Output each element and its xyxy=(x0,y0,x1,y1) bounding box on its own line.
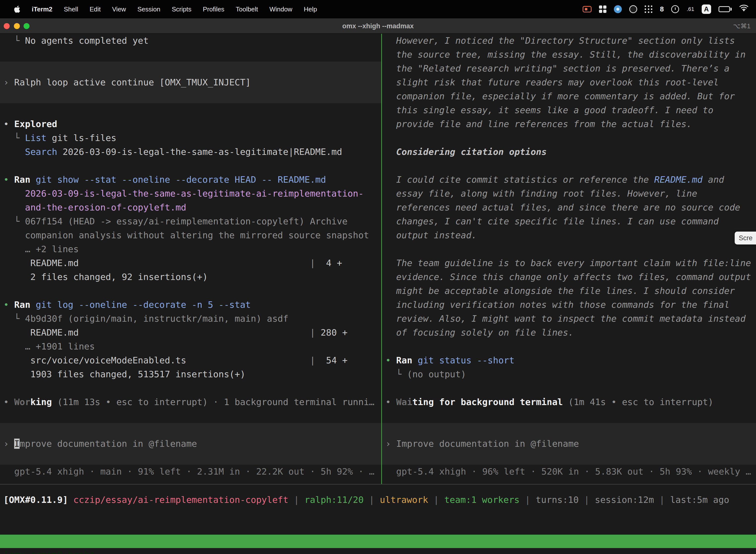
text-segment xyxy=(385,466,396,477)
text-segment xyxy=(3,188,25,199)
menu-window[interactable]: Window xyxy=(269,5,292,13)
screen-share-tab-label: Scre xyxy=(739,234,753,242)
menu-shell[interactable]: Shell xyxy=(64,5,78,13)
text-segment: session:12m xyxy=(595,495,654,505)
terminal: └ No agents completed yet› Ralph loop ac… xyxy=(0,34,756,554)
terminal-line: • Explored xyxy=(3,117,381,131)
text-segment: However, I noticed the "Directory Struct… xyxy=(396,36,735,46)
text-segment xyxy=(385,258,396,268)
text-segment xyxy=(3,466,14,477)
menu-edit[interactable]: Edit xyxy=(89,5,101,13)
text-segment xyxy=(385,36,396,46)
menu-app-name[interactable]: iTerm2 xyxy=(32,5,52,13)
text-segment: [OMX#0.11.9] xyxy=(3,495,73,505)
text-segment xyxy=(563,397,568,407)
dark-app-icon[interactable] xyxy=(629,5,637,13)
grid-app-icon[interactable] xyxy=(599,5,607,13)
terminal-line: However, I noticed the "Directory Struct… xyxy=(385,34,756,48)
terminal-line: 2026-03-09-is-legal-the-same-as-legitima… xyxy=(3,187,381,201)
terminal-line: └ (no output) xyxy=(385,367,756,381)
screen-share-tab[interactable]: Scre xyxy=(735,232,756,244)
text-segment: I could cite commit statistics or refere… xyxy=(396,174,654,185)
text-segment xyxy=(385,327,396,338)
text-segment xyxy=(385,147,396,157)
text-segment: slight risk that future readers may over… xyxy=(396,77,718,88)
dots-grid-icon[interactable] xyxy=(645,5,652,13)
text-segment: Wor xyxy=(14,397,30,407)
text-segment xyxy=(3,147,25,157)
menu-toolbelt[interactable]: Toolbelt xyxy=(236,5,258,13)
status-separator xyxy=(0,484,756,485)
text-segment: might be acceptable alongside the file l… xyxy=(396,286,735,296)
text-segment: Search xyxy=(25,147,57,157)
terminal-line: 2 files changed, 92 insertions(+) xyxy=(3,270,381,284)
blue-app-icon[interactable] xyxy=(614,5,622,13)
terminal-line: of focusing solely on file lines. xyxy=(385,326,756,340)
menu-scripts[interactable]: Scripts xyxy=(172,5,191,13)
text-segment: git show --stat --oneline --decorate HEA… xyxy=(36,174,326,185)
text-segment: README.md xyxy=(654,174,703,185)
text-segment: essay file, along with finding root file… xyxy=(396,188,697,199)
wifi-icon[interactable] xyxy=(739,5,749,14)
terminal-line: • Ran git log --oneline --decorate -n 5 … xyxy=(3,298,381,312)
text-segment: companion analysis without altering the … xyxy=(3,230,369,240)
text-segment: Ran xyxy=(14,299,30,310)
text-segment: • xyxy=(385,355,396,365)
text-segment: I xyxy=(14,439,19,449)
text-segment: • xyxy=(3,174,14,185)
text-segment: evidence. Since this change only affects… xyxy=(396,272,751,282)
text-segment xyxy=(385,105,396,115)
text-segment: | xyxy=(520,495,536,505)
text-segment: the "Related research writing" section i… xyxy=(396,63,730,73)
terminal-line: • Working (11m 13s • esc to interrupt) ·… xyxy=(3,395,381,409)
terminal-line: README.md| 280 + xyxy=(3,326,381,340)
text-segment: README.md xyxy=(3,258,79,268)
text-segment xyxy=(52,397,57,407)
terminal-line: README.md| 4 + xyxy=(3,256,381,270)
terminal-line: └ 4b9d30f (origin/main, instructkr/main,… xyxy=(3,312,381,326)
digit-8-badge[interactable]: 8 xyxy=(660,5,664,13)
text-segment: | xyxy=(310,256,315,270)
text-segment: review. Also, I might want to inspect th… xyxy=(396,314,746,324)
text-segment: Improve documentation in @filename xyxy=(396,439,579,449)
text-segment: README.md xyxy=(3,327,79,338)
menu-view[interactable]: View xyxy=(112,5,126,13)
text-segment: (11m 13s • esc to interrupt) · 1 backgro… xyxy=(57,397,375,407)
right-pane: However, I noticed the "Directory Struct… xyxy=(382,34,756,484)
terminal-line: review. Also, I might want to inspect th… xyxy=(385,312,756,326)
clock-app-icon[interactable] xyxy=(671,5,679,13)
terminal-line: provide file and line references from th… xyxy=(385,117,756,131)
battery-icon[interactable] xyxy=(718,6,732,12)
terminal-line: changes, I can't cite specific file line… xyxy=(385,214,756,228)
terminal-line: might be acceptable alongside the file l… xyxy=(385,284,756,298)
text-segment: git log --oneline --decorate -n 5 --stat xyxy=(36,299,251,310)
menu-profiles[interactable]: Profiles xyxy=(203,5,225,13)
prompt-input-line[interactable]: › Improve documentation in @filename xyxy=(385,437,756,451)
text-segment: the source tree, missing the essay. Stil… xyxy=(396,49,746,60)
text-segment: └ xyxy=(385,369,407,379)
window-shortcut-label: ⌥⌘1 xyxy=(733,18,751,34)
menu-help[interactable]: Help xyxy=(304,5,317,13)
terminal-line: gpt-5.4 xhigh · main · 91% left · 2.31M … xyxy=(3,465,381,479)
screen-recording-icon[interactable] xyxy=(583,6,591,12)
terminal-line: 1903 files changed, 513517 insertions(+) xyxy=(3,367,381,381)
prompt-input-line[interactable]: › Improve documentation in @filename xyxy=(3,437,381,451)
menu-bar: iTerm2 ShellEditViewSessionScriptsProfil… xyxy=(0,0,756,18)
terminal-line: … +1901 lines xyxy=(3,340,381,353)
text-segment: └ xyxy=(3,216,25,226)
input-source-icon[interactable]: A xyxy=(702,4,711,14)
terminal-line: Considering citation options xyxy=(385,145,756,159)
menu-session[interactable]: Session xyxy=(137,5,161,13)
text-segment: (1m 41s • esc to interrupt) xyxy=(568,397,713,407)
text-segment: | xyxy=(289,495,305,505)
meter-badge[interactable]: .61 xyxy=(687,6,694,12)
text-segment: gpt-5.4 xhigh · 96% left · 520K in · 5.8… xyxy=(396,466,751,477)
text-segment: | xyxy=(428,495,444,505)
terminal-line: • Ran git show --stat --oneline --decora… xyxy=(3,173,381,187)
omx-status-line: [OMX#0.11.9] cczip/essay/ai-reimplementa… xyxy=(3,493,729,507)
terminal-line: › Ralph loop active continue [OMX_TMUX_I… xyxy=(3,75,381,89)
apple-menu-icon[interactable] xyxy=(14,5,20,13)
text-segment: turns:10 xyxy=(536,495,579,505)
menu-list: ShellEditViewSessionScriptsProfilesToolb… xyxy=(64,5,317,13)
text-segment: 067f154 (HEAD -> essay/ai-reimplementati… xyxy=(25,216,348,226)
